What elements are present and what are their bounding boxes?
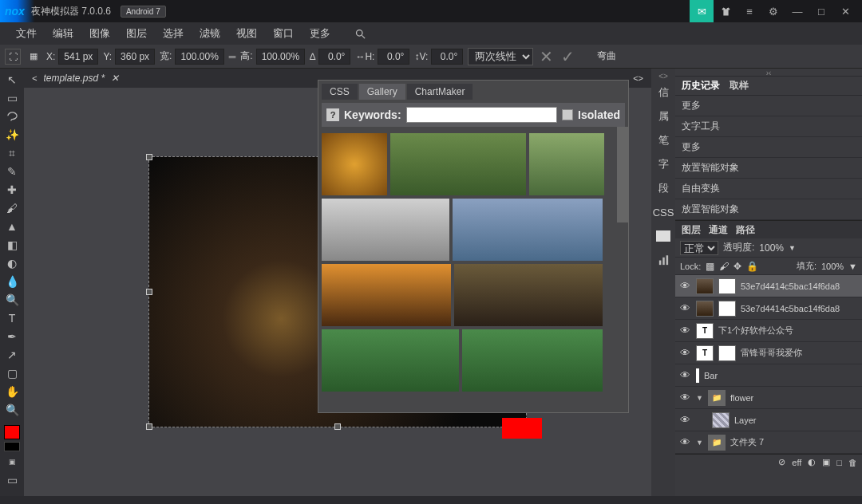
history-item[interactable]: 更多 bbox=[675, 96, 862, 116]
tab-chartmaker[interactable]: ChartMaker bbox=[407, 84, 473, 100]
mask-icon[interactable]: ◐ bbox=[808, 457, 816, 467]
fg-color-swatch[interactable] bbox=[4, 425, 20, 439]
strip-image-icon[interactable] bbox=[652, 225, 674, 247]
h-value[interactable]: 100.00% bbox=[256, 49, 305, 65]
menu-filter[interactable]: 滤镜 bbox=[192, 22, 228, 45]
tab-history[interactable]: 历史记录 bbox=[682, 79, 720, 93]
menu-select[interactable]: 选择 bbox=[155, 22, 192, 45]
tab-channels[interactable]: 通道 bbox=[709, 223, 728, 237]
gradient-tool-icon[interactable]: ◐ bbox=[3, 255, 21, 271]
opacity-value[interactable]: 100% bbox=[759, 242, 784, 254]
fill-value[interactable]: 100% bbox=[821, 262, 844, 271]
heal-tool-icon[interactable]: ✚ bbox=[3, 182, 21, 198]
path-tool-icon[interactable]: ↗ bbox=[3, 347, 21, 363]
menu-view[interactable]: 视图 bbox=[228, 22, 265, 45]
skew-v-value[interactable]: 0.0° bbox=[431, 49, 463, 65]
history-item[interactable]: 文字工具 bbox=[675, 116, 862, 137]
adjustment-icon[interactable]: ▣ bbox=[822, 457, 830, 467]
marquee-tool-icon[interactable]: ▭ bbox=[3, 90, 21, 106]
panel-overflow-icon[interactable]: ›‹ bbox=[675, 69, 862, 77]
w-value[interactable]: 100.00% bbox=[175, 49, 223, 65]
gallery-thumb[interactable] bbox=[390, 133, 526, 195]
visibility-icon[interactable]: 👁 bbox=[680, 302, 691, 314]
gallery-thumb[interactable] bbox=[453, 199, 603, 261]
x-value[interactable]: 541 px bbox=[58, 49, 98, 65]
menu-icon[interactable]: ≡ bbox=[737, 0, 761, 22]
stamp-tool-icon[interactable]: ▲ bbox=[3, 219, 21, 234]
strip-glyph[interactable]: 字 bbox=[652, 153, 674, 175]
keywords-input[interactable] bbox=[406, 107, 558, 123]
gallery-thumb[interactable] bbox=[454, 264, 603, 326]
zoom-tool-icon[interactable]: 🔍 bbox=[3, 402, 21, 418]
interpolation-select[interactable]: 两次线性 bbox=[468, 48, 533, 65]
fill-dropdown-icon[interactable]: ▼ bbox=[848, 262, 857, 271]
angle-value[interactable]: 0.0° bbox=[318, 49, 350, 65]
new-layer-icon[interactable]: □ bbox=[836, 458, 842, 467]
panel-overflow-icon[interactable]: <> bbox=[652, 72, 674, 80]
maximize-button[interactable]: □ bbox=[809, 0, 833, 22]
layer-row[interactable]: 👁T雷锋哥哥我爱你 bbox=[675, 342, 862, 364]
layer-row[interactable]: 👁▼📁文件夹 7 bbox=[675, 431, 862, 454]
layer-row[interactable]: 👁▼📁flower bbox=[675, 387, 862, 409]
screenmode-icon[interactable]: ▭ bbox=[3, 472, 21, 488]
y-value[interactable]: 360 px bbox=[115, 49, 155, 65]
gear-icon[interactable]: ⚙ bbox=[761, 0, 785, 22]
menu-edit[interactable]: 编辑 bbox=[45, 22, 81, 45]
history-item[interactable]: 放置智能对象 bbox=[675, 199, 862, 220]
blend-mode-select[interactable]: 正常 bbox=[680, 241, 718, 255]
search-icon[interactable] bbox=[346, 22, 374, 45]
warp-mode[interactable]: 弯曲 bbox=[597, 49, 616, 63]
dodge-tool-icon[interactable]: 🔍 bbox=[3, 292, 21, 308]
history-item[interactable]: 放置智能对象 bbox=[675, 158, 862, 179]
menu-more[interactable]: 更多 bbox=[302, 22, 338, 45]
tab-css[interactable]: CSS bbox=[322, 84, 358, 100]
messages-icon[interactable]: ✉ bbox=[690, 0, 714, 22]
lock-all-icon[interactable]: 🔒 bbox=[746, 261, 758, 272]
lock-pixels-icon[interactable]: ▩ bbox=[706, 261, 714, 272]
transform-handle[interactable] bbox=[146, 289, 152, 295]
strip-chart-icon[interactable] bbox=[652, 249, 674, 271]
tab-paths[interactable]: 路径 bbox=[736, 223, 755, 237]
strip-props[interactable]: 属 bbox=[652, 105, 674, 128]
visibility-icon[interactable]: 👁 bbox=[680, 347, 691, 359]
menu-file[interactable]: 文件 bbox=[8, 22, 45, 45]
gallery-thumb[interactable] bbox=[322, 264, 451, 326]
layer-row[interactable]: 👁53e7d4414c5bac14f6da8 bbox=[675, 275, 862, 297]
strip-css[interactable]: CSS bbox=[652, 201, 674, 223]
hand-tool-icon[interactable]: ✋ bbox=[3, 384, 21, 400]
blur-tool-icon[interactable]: 💧 bbox=[3, 274, 21, 289]
fx-icon[interactable]: eff bbox=[792, 458, 801, 467]
menu-layer[interactable]: 图层 bbox=[118, 22, 155, 45]
tab-overflow-icon[interactable]: <> bbox=[633, 73, 643, 83]
brush-tool-icon[interactable]: 🖌 bbox=[3, 200, 21, 216]
strip-brush[interactable]: 笔 bbox=[652, 129, 674, 152]
link-layers-icon[interactable]: ⊘ bbox=[778, 457, 785, 467]
crop-tool-icon[interactable]: ⌗ bbox=[3, 145, 21, 161]
close-tab-icon[interactable]: ✕ bbox=[111, 73, 119, 84]
transform-tool-icon[interactable]: ⛶ bbox=[5, 49, 21, 65]
shape-tool-icon[interactable]: ▢ bbox=[3, 365, 21, 381]
gallery-thumb[interactable] bbox=[529, 133, 604, 195]
visibility-icon[interactable]: 👁 bbox=[680, 325, 691, 337]
shirt-icon[interactable] bbox=[714, 0, 737, 22]
transform-handle[interactable] bbox=[334, 423, 341, 430]
tab-layers[interactable]: 图层 bbox=[682, 223, 701, 237]
text-tool-icon[interactable]: T bbox=[3, 310, 21, 326]
transform-handle[interactable] bbox=[146, 154, 152, 160]
tab-prev-icon[interactable]: < bbox=[32, 73, 37, 83]
layer-row[interactable]: 👁T下1个好软件公众号 bbox=[675, 320, 862, 342]
move-tool-icon[interactable]: ↖ bbox=[3, 72, 21, 88]
visibility-icon[interactable]: 👁 bbox=[680, 414, 691, 426]
expand-arrow-icon[interactable]: ▼ bbox=[696, 394, 703, 402]
strip-para[interactable]: 段 bbox=[652, 177, 674, 199]
cancel-transform-icon[interactable]: ✕ bbox=[540, 47, 553, 66]
quickmask-icon[interactable]: ▣ bbox=[3, 454, 21, 470]
isolated-checkbox[interactable] bbox=[562, 109, 573, 120]
history-item[interactable]: 更多 bbox=[675, 137, 862, 158]
layer-row[interactable]: 👁Bar bbox=[675, 364, 862, 387]
skew-h-value[interactable]: 0.0° bbox=[378, 49, 409, 65]
history-item[interactable]: 自由变换 bbox=[675, 179, 862, 199]
gallery-thumb[interactable] bbox=[462, 329, 603, 392]
commit-transform-icon[interactable]: ✓ bbox=[561, 47, 575, 66]
layer-row[interactable]: 👁53e7d4414c5bac14f6da8 bbox=[675, 297, 862, 320]
